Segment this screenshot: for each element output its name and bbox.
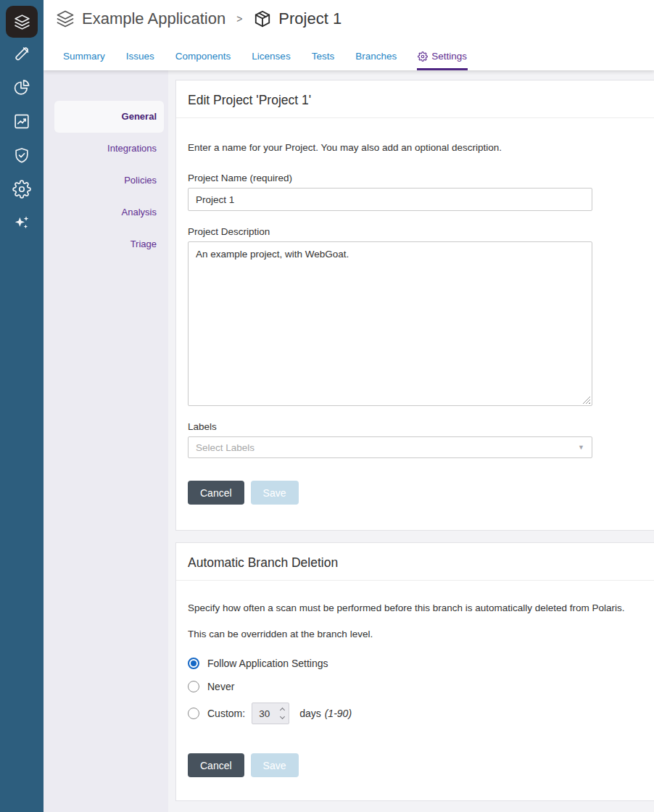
sidenav-item-general[interactable]: General: [54, 101, 164, 133]
custom-days-suffix: days(1-90): [299, 708, 352, 719]
sidebar-item-applications[interactable]: [6, 6, 38, 38]
tab-components[interactable]: Components: [175, 46, 232, 70]
custom-label[interactable]: Custom:: [207, 708, 245, 719]
project-description-label: Project Description: [188, 226, 642, 237]
layers-icon: [13, 13, 31, 31]
application-layers-icon: [55, 9, 75, 29]
trend-chart-icon[interactable]: [13, 112, 31, 130]
page-header: Example Application > Project 1 Summary …: [44, 0, 654, 70]
tab-issues[interactable]: Issues: [125, 46, 155, 70]
radio-row-never: Never: [188, 679, 642, 694]
labels-select[interactable]: Select Labels ▼: [188, 436, 592, 458]
custom-days-value[interactable]: 30: [252, 708, 276, 719]
never-radio[interactable]: [188, 681, 199, 692]
tab-tests[interactable]: Tests: [311, 46, 336, 70]
breadcrumb-project: Project 1: [278, 9, 342, 28]
labels-label: Labels: [188, 421, 642, 432]
project-description-textarea[interactable]: An example project, with WebGoat.: [188, 241, 592, 406]
project-name-input[interactable]: [188, 188, 592, 211]
card-gap: [175, 531, 654, 542]
save-button[interactable]: Save: [251, 481, 299, 505]
custom-days-range: (1-90): [325, 708, 352, 719]
sparkles-icon[interactable]: [13, 214, 31, 232]
chevron-up-icon[interactable]: [280, 708, 285, 713]
branch-deletion-line2: This can be overridden at the branch lev…: [188, 629, 642, 639]
gear-icon[interactable]: [12, 180, 31, 199]
radio-row-custom: Custom: 30 days(1-90): [188, 703, 642, 724]
labels-select-placeholder: Select Labels: [196, 442, 254, 453]
sidenav-item-integrations[interactable]: Integrations: [44, 133, 168, 165]
project-cube-icon: [253, 9, 272, 28]
settings-sidenav: General Integrations Policies Analysis T…: [44, 70, 168, 812]
tab-settings-label: Settings: [431, 51, 467, 62]
edit-project-title: Edit Project 'Project 1': [176, 80, 654, 118]
shield-check-icon[interactable]: [13, 146, 31, 165]
app-sidebar: [0, 0, 44, 812]
branch-deletion-card: Automatic Branch Deletion Specify how of…: [175, 542, 654, 801]
edit-project-card: Edit Project 'Project 1' Enter a name fo…: [175, 80, 654, 531]
custom-days-stepper[interactable]: 30: [252, 703, 289, 724]
chevron-down-icon: ▼: [578, 444, 584, 451]
cancel-button[interactable]: Cancel: [188, 481, 244, 505]
pie-chart-icon[interactable]: [13, 78, 31, 96]
branch-deletion-title: Automatic Branch Deletion: [176, 543, 654, 581]
cancel-button[interactable]: Cancel: [188, 753, 244, 777]
follow-app-settings-radio[interactable]: [188, 658, 199, 669]
stepper-arrows[interactable]: [276, 708, 289, 718]
never-label[interactable]: Never: [207, 681, 234, 692]
sidenav-item-policies[interactable]: Policies: [44, 165, 168, 196]
custom-radio[interactable]: [188, 708, 199, 719]
breadcrumb-separator: >: [236, 13, 242, 25]
sidenav-item-analysis[interactable]: Analysis: [44, 196, 168, 228]
project-tabs: Summary Issues Components Licenses Tests…: [62, 46, 468, 70]
breadcrumb: Example Application > Project 1: [55, 7, 342, 31]
tab-licenses[interactable]: Licenses: [251, 46, 291, 70]
main-content: Edit Project 'Project 1' Enter a name fo…: [168, 70, 654, 812]
chevron-down-icon[interactable]: [280, 714, 285, 719]
tab-branches[interactable]: Branches: [355, 46, 397, 70]
test-tube-icon[interactable]: [13, 45, 31, 63]
sidenav-item-triage[interactable]: Triage: [44, 228, 168, 260]
gear-icon: [418, 51, 428, 62]
branch-deletion-line1: Specify how often a scan must be perform…: [188, 602, 642, 613]
follow-app-settings-label[interactable]: Follow Application Settings: [207, 658, 328, 669]
radio-row-follow-app-settings: Follow Application Settings: [188, 656, 642, 671]
save-button[interactable]: Save: [251, 753, 299, 777]
edit-project-intro: Enter a name for your Project. You may a…: [188, 142, 642, 153]
project-name-label: Project Name (required): [188, 173, 642, 183]
tab-settings[interactable]: Settings: [417, 46, 468, 70]
breadcrumb-application[interactable]: Example Application: [82, 9, 225, 28]
tab-summary[interactable]: Summary: [62, 46, 106, 70]
